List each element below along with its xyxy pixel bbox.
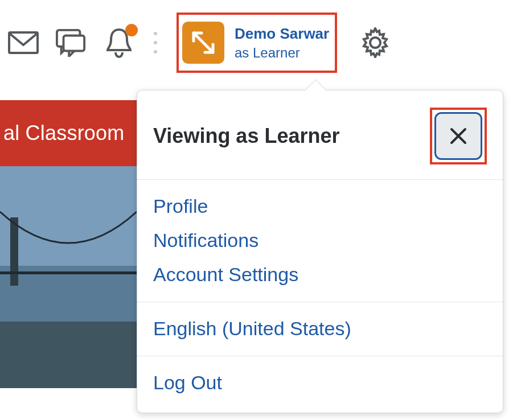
notification-dot [125, 24, 138, 36]
panel-section-account: Profile Notifications Account Settings [137, 180, 503, 302]
user-profile-chip[interactable]: Demo Sarwar as Learner [177, 13, 337, 73]
course-image [0, 166, 137, 388]
chat-icon[interactable] [56, 27, 87, 58]
menu-item-notifications[interactable]: Notifications [153, 228, 487, 254]
gear-icon[interactable] [359, 26, 392, 59]
user-menu-panel: Viewing as Learner Profile Notifications… [137, 90, 503, 413]
panel-section-logout: Log Out [137, 356, 503, 413]
role-switch-icon [182, 22, 224, 64]
panel-title: Viewing as Learner [153, 124, 339, 148]
panel-section-language: English (United States) [137, 302, 503, 356]
close-highlight [430, 108, 487, 164]
mail-icon[interactable] [8, 27, 39, 58]
user-name: Demo Sarwar [235, 25, 329, 43]
user-text: Demo Sarwar as Learner [235, 25, 329, 61]
svg-point-3 [370, 38, 380, 48]
course-banner: al Classroom [0, 100, 137, 166]
menu-item-account-settings[interactable]: Account Settings [153, 262, 487, 288]
top-navbar: Demo Sarwar as Learner [0, 0, 517, 85]
user-role: as Learner [235, 45, 329, 61]
svg-rect-2 [64, 35, 85, 51]
bell-icon[interactable] [104, 27, 134, 58]
banner-title: al Classroom [3, 121, 124, 145]
more-menu-icon[interactable] [151, 27, 159, 58]
close-icon [448, 126, 469, 146]
menu-item-logout[interactable]: Log Out [153, 370, 487, 396]
close-button[interactable] [434, 112, 482, 160]
panel-header: Viewing as Learner [137, 90, 503, 180]
menu-item-profile[interactable]: Profile [153, 193, 487, 220]
menu-item-language[interactable]: English (United States) [153, 316, 487, 342]
